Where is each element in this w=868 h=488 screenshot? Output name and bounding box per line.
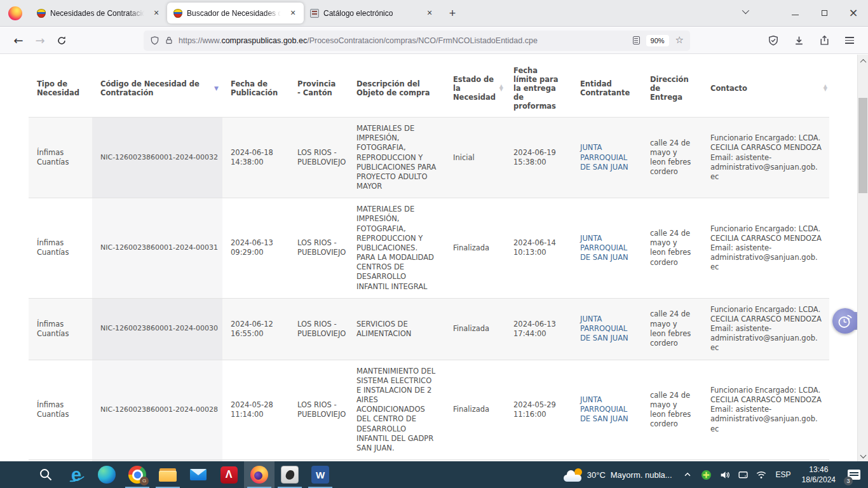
weather-temp: 30°C <box>587 470 606 480</box>
column-header-direccion[interactable]: Dirección de Entrega <box>642 60 702 118</box>
url-text[interactable]: https://www.compraspublicas.gob.ec/Proce… <box>179 36 538 45</box>
taskbar-acrobat-button[interactable]: Λ <box>214 461 244 488</box>
bookmark-star-icon[interactable]: ☆ <box>675 36 684 45</box>
column-label: Estado de la Necesidad <box>453 75 496 102</box>
column-label: Fecha límite para la entrega de proforma… <box>513 66 559 111</box>
reader-mode-icon[interactable] <box>633 36 640 44</box>
column-header-fecha_limite[interactable]: Fecha límite para la entrega de proforma… <box>505 60 572 118</box>
cell-contacto: Funcionario Encargado: LCDA. CECILIA CAR… <box>702 360 829 460</box>
zoom-level-chip[interactable]: 90% <box>646 35 669 46</box>
weather-condition: Mayorm. nubla... <box>611 470 672 480</box>
language-indicator[interactable]: ESP <box>772 470 795 479</box>
entity-link[interactable]: JUNTA PARROQUIAL DE SAN JUAN <box>580 315 628 342</box>
page-content: Tipo de NecesidadCódigo de Necesidad de … <box>0 55 868 461</box>
taskbar-edge-button[interactable] <box>92 461 122 488</box>
cell-tipo: Ínfimas Cuantías <box>29 298 92 360</box>
notifications-button[interactable]: 3 <box>843 461 865 488</box>
taskbar-start-button[interactable] <box>0 461 31 488</box>
cell-direccion: calle 24 de mayo y leon febres cordero <box>642 298 702 360</box>
tab-title: Catálogo electrónico <box>323 9 419 18</box>
reload-button[interactable] <box>51 30 72 51</box>
taskbar-chrome-button[interactable] <box>122 461 153 488</box>
column-header-provincia_canton[interactable]: Provincia - Cantón <box>289 60 348 118</box>
tracking-shield-icon[interactable] <box>150 36 159 46</box>
list-all-tabs-button[interactable] <box>735 2 755 21</box>
share-button[interactable] <box>813 30 835 51</box>
network-tray-button[interactable] <box>754 461 770 488</box>
cell-fecha_limite: 2024-06-13 17:44:00 <box>505 298 572 360</box>
notifications-badge: 3 <box>844 477 853 485</box>
taskbar-search-button[interactable] <box>31 461 61 488</box>
cell-estado: Finalizada <box>445 298 505 360</box>
weather-cloud-icon <box>564 468 583 482</box>
extension-floating-button[interactable] <box>832 308 858 334</box>
chevron-up-icon <box>683 470 692 479</box>
display-tray-button[interactable] <box>735 461 751 488</box>
menu-button[interactable] <box>839 30 860 51</box>
downloads-button[interactable] <box>788 30 810 51</box>
search-icon <box>37 466 55 484</box>
clock-widget[interactable]: 13:46 18/6/2024 <box>797 464 840 485</box>
antivirus-tray-button[interactable] <box>698 461 714 488</box>
sort-toggle-icon[interactable]: ▲▼ <box>499 85 503 92</box>
url-bar[interactable]: https://www.compraspublicas.gob.ec/Proce… <box>144 30 690 51</box>
cell-direccion: calle 24 de mayo y leon febres cordero <box>642 198 702 299</box>
tab-strip: Necesidades de Contratación y×Buscador d… <box>31 0 440 26</box>
tab-close-icon[interactable]: × <box>287 8 299 19</box>
cell-contacto: Funcionario Encargado: LCDA. CECILIA CAR… <box>702 298 829 360</box>
back-button[interactable]: ← <box>8 30 29 51</box>
cell-provincia_canton: LOS RIOS - PUEBLOVIEJO <box>289 298 348 360</box>
taskbar-mail-button[interactable] <box>183 461 214 488</box>
download-icon <box>794 35 804 46</box>
entity-link[interactable]: JUNTA PARROQUIAL DE SAN JUAN <box>580 234 628 262</box>
tab-3[interactable]: Catálogo electrónico× <box>304 3 440 24</box>
display-icon <box>738 470 749 480</box>
weather-widget[interactable]: 30°C Mayorm. nubla... <box>559 468 677 482</box>
table-row: Ínfimas CuantíasNIC-1260023860001-2024-0… <box>29 198 829 299</box>
scrollbar-thumb[interactable] <box>858 98 867 193</box>
entity-link[interactable]: JUNTA PARROQUIAL DE SAN JUAN <box>580 395 628 423</box>
new-tab-button[interactable]: + <box>443 4 462 23</box>
tab-1[interactable]: Necesidades de Contratación y× <box>31 3 167 24</box>
cell-direccion: calle 24 de mayo y leon febres cordero <box>642 360 702 460</box>
taskbar-word-button[interactable]: W <box>305 461 336 488</box>
column-header-descripcion[interactable]: Descripción del Objeto de compra <box>348 60 445 118</box>
page-scrollbar[interactable] <box>857 55 868 461</box>
cell-fecha_publicacion: 2024-05-28 11:14:00 <box>222 360 289 460</box>
protections-button[interactable] <box>763 30 784 51</box>
firefox-logo-icon <box>8 6 22 20</box>
reload-icon <box>57 36 67 46</box>
tab-2[interactable]: Buscador de Necesidades de Co× <box>167 3 304 24</box>
column-label: Descripción del Objeto de compra <box>356 79 430 97</box>
column-header-fecha_publicacion[interactable]: Fecha de Publicación <box>222 60 289 118</box>
column-header-contacto[interactable]: Contacto▲▼ <box>702 60 829 118</box>
column-header-entidad[interactable]: Entidad Contratante <box>572 60 642 118</box>
cell-entidad: JUNTA PARROQUIAL DE SAN JUAN <box>572 298 642 360</box>
forward-button[interactable]: → <box>29 30 51 51</box>
restore-button[interactable] <box>810 0 839 26</box>
internet-explorer-icon: e <box>67 466 85 484</box>
tab-close-icon[interactable]: × <box>151 8 162 19</box>
close-button[interactable]: × <box>839 0 868 26</box>
sort-desc-icon[interactable]: ▼ <box>214 85 219 92</box>
scroll-up-arrow[interactable] <box>858 56 868 66</box>
entity-link[interactable]: JUNTA PARROQUIAL DE SAN JUAN <box>580 143 628 171</box>
cell-fecha_limite: 2024-05-29 11:16:00 <box>505 360 572 460</box>
column-header-codigo[interactable]: Código de Necesidad de Contratación▼ <box>92 60 222 118</box>
taskbar-capture-app-button[interactable] <box>275 461 305 488</box>
volume-tray-button[interactable] <box>717 461 733 488</box>
column-header-estado[interactable]: Estado de la Necesidad▲▼ <box>445 60 505 118</box>
minimize-button[interactable] <box>780 0 810 26</box>
tab-close-icon[interactable]: × <box>424 8 435 19</box>
column-header-tipo[interactable]: Tipo de Necesidad <box>29 60 92 118</box>
lock-icon[interactable] <box>165 36 173 45</box>
cell-descripcion: SERVICIOS DE ALIMENTACION <box>348 298 445 360</box>
tab-bar: Necesidades de Contratación y×Buscador d… <box>0 0 868 27</box>
taskbar-firefox-button[interactable] <box>244 461 275 488</box>
scroll-down-arrow[interactable] <box>858 450 868 460</box>
taskbar-internet-explorer-button[interactable]: e <box>61 461 92 488</box>
taskbar-file-explorer-button[interactable] <box>153 461 183 488</box>
tray-expand-button[interactable] <box>680 461 696 488</box>
cell-direccion: calle 24 de mayo y leon febres cordero <box>642 118 702 198</box>
sort-toggle-icon[interactable]: ▲▼ <box>824 85 827 92</box>
